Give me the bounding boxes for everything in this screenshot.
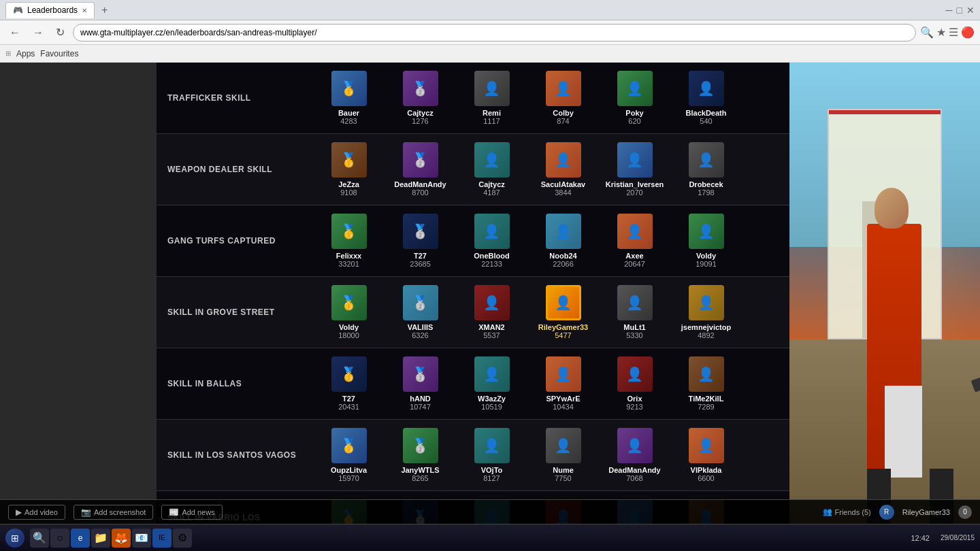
minimize-button[interactable]: ─ [946, 5, 953, 16]
player-cell-Noob24[interactable]: 👤Noob2422066 [527, 211, 599, 271]
player-score-Cajtycz: 1276 [412, 117, 428, 125]
player-cell-T27[interactable]: 🥇T2720431 [313, 354, 385, 414]
taskbar-app5[interactable]: 📧 [132, 529, 151, 548]
restore-button[interactable]: □ [957, 5, 962, 16]
player-cell-VOjTo[interactable]: 👤VOjTo8127 [456, 425, 527, 485]
player-cell-W3azZy[interactable]: 👤W3azZy10519 [456, 354, 527, 414]
player-avatar-MuLt1: 👤 [617, 285, 653, 320]
player-name-Felixxx: Felixxx [336, 252, 361, 260]
player-avatar-VOjTo: 👤 [474, 428, 510, 463]
gta-background [789, 63, 980, 524]
search-icon[interactable]: 🔍 [920, 26, 934, 39]
avatar-figure: 🥈 [403, 142, 438, 178]
player-cell-RileyGamer33[interactable]: 👤RileyGamer335477 [527, 282, 599, 342]
player-cell-Remi[interactable]: 👤Remi1117 [456, 68, 527, 128]
player-cell-Voldy[interactable]: 🥇Voldy18000 [313, 282, 385, 342]
red-icon: 🔴 [961, 26, 975, 39]
player-cell-OupzLitva[interactable]: 🥇OupzLitva15970 [313, 425, 385, 485]
player-cell-Bauer[interactable]: 🥇Bauer4283 [313, 68, 385, 128]
player-cell-OneBlood[interactable]: 👤OneBlood22133 [456, 211, 527, 271]
tab-close-button[interactable]: ✕ [82, 7, 87, 14]
player-cell-VALIIIS[interactable]: 🥈VALIIIS6326 [385, 282, 456, 342]
player-name-Nume: Nume [553, 466, 574, 474]
refresh-button[interactable]: ↻ [52, 24, 69, 40]
player-cell-MuLt1[interactable]: 👤MuLt15330 [599, 282, 670, 342]
taskbar-firefox[interactable]: 🦊 [112, 529, 131, 548]
category-label-gang-turfs-captured: GANG TURFS CAPTURED [157, 236, 313, 246]
player-score-MuLt1: 5330 [626, 331, 642, 339]
taskbar-cortana[interactable]: ○ [50, 529, 69, 548]
new-tab-button[interactable]: + [97, 3, 112, 18]
player-cell-hAND[interactable]: 🥈hAND10747 [385, 354, 456, 414]
player-cell-T27[interactable]: 🥈T2723685 [385, 211, 456, 271]
player-cell-VIPklada[interactable]: 👤VIPklada6600 [670, 425, 742, 485]
player-score-SPYwArE: 10434 [553, 403, 574, 411]
player-name-Poky: Poky [625, 109, 643, 117]
active-tab[interactable]: 🎮 Leaderboards ✕ [5, 2, 95, 18]
forward-button[interactable]: → [29, 25, 48, 40]
player-avatar-VIPklada: 👤 [689, 428, 724, 463]
settings-icon[interactable]: ☰ [949, 26, 958, 39]
player-cell-BlackDeath[interactable]: 👤BlackDeath540 [670, 68, 742, 128]
player-cell-Cajtycz[interactable]: 👤Cajtycz4187 [456, 139, 527, 199]
player-cell-Voldy[interactable]: 👤Voldy19091 [670, 211, 742, 271]
player-cell-Cajtycz[interactable]: 🥈Cajtycz1276 [385, 68, 456, 128]
player-score-JanyWTLS: 8265 [412, 474, 428, 482]
player-avatar-Cajtycz: 🥈 [403, 71, 438, 106]
site-footer: ▶ Add video 📷 Add screenshot 📰 Add news … [0, 499, 980, 524]
player-cell-DeadManAndy[interactable]: 👤DeadManAndy7068 [599, 425, 670, 485]
taskbar-explorer[interactable]: 📁 [91, 529, 110, 548]
player-avatar-Nume: 👤 [546, 428, 581, 463]
player-name-MuLt1: MuLt1 [623, 323, 645, 331]
back-button[interactable]: ← [5, 25, 24, 40]
player-cell-Axee[interactable]: 👤Axee20647 [599, 211, 670, 271]
player-cell-Felixxx[interactable]: 🥇Felixxx33201 [313, 211, 385, 271]
player-avatar-Bauer: 🥇 [331, 71, 367, 106]
taskbar-search[interactable]: 🔍 [30, 529, 49, 548]
player-score-VIPklada: 6600 [698, 474, 714, 482]
add-news-button[interactable]: 📰 Add news [161, 505, 222, 520]
taskbar-app6[interactable]: IE [152, 529, 172, 548]
avatar-figure: 🥇 [331, 356, 367, 392]
player-cell-JeZza[interactable]: 🥇JeZza9108 [313, 139, 385, 199]
add-screenshot-button[interactable]: 📷 Add screenshot [74, 505, 153, 520]
player-cell-JanyWTLS[interactable]: 🥈JanyWTLS8265 [385, 425, 456, 485]
player-cell-Nume[interactable]: 👤Nume7750 [527, 425, 599, 485]
toolbar-icons: 🔍 ★ ☰ 🔴 [920, 26, 975, 39]
player-cell-XMAN2[interactable]: 👤XMAN25537 [456, 282, 527, 342]
friends-icon: 👥 [823, 507, 832, 516]
category-label-skill-los-santos-vagos: SKILL IN LOS SANTOS VAGOS [157, 450, 313, 460]
player-avatar-DeadManAndy: 🥈 [403, 142, 438, 178]
player-cell-SPYwArE[interactable]: 👤SPYwArE10434 [527, 354, 599, 414]
player-avatar-Drobecek: 👤 [689, 142, 724, 178]
player-cell-DeadManAndy[interactable]: 🥈DeadManAndy8700 [385, 139, 456, 199]
bookmark-apps[interactable]: Apps [16, 49, 35, 59]
char-gun [971, 367, 980, 392]
player-avatar-SaculAtakav: 👤 [546, 142, 581, 178]
address-bar[interactable] [73, 24, 916, 41]
start-button[interactable]: ⊞ [5, 529, 24, 548]
player-cell-Drobecek[interactable]: 👤Drobecek1798 [670, 139, 742, 199]
taskbar-app7[interactable]: ⚙ [173, 529, 192, 548]
player-score-Poky: 620 [628, 117, 640, 125]
player-cell-jsemnejvictop[interactable]: 👤jsemnejvictop4892 [670, 282, 742, 342]
tab-bar: 🎮 Leaderboards ✕ + [5, 2, 112, 18]
add-video-button[interactable]: ▶ Add video [8, 505, 65, 520]
friends-button[interactable]: 👥 Friends (5) [823, 507, 871, 516]
close-window-button[interactable]: ✕ [966, 5, 975, 16]
player-cell-Colby[interactable]: 👤Colby874 [527, 68, 599, 128]
footer-username[interactable]: RileyGamer33 [902, 508, 950, 516]
bookmark-icon[interactable]: ★ [936, 26, 946, 39]
taskbar-ie[interactable]: e [71, 529, 90, 548]
player-cell-Poky[interactable]: 👤Poky620 [599, 68, 670, 128]
player-avatar-Voldy: 🥇 [331, 285, 367, 320]
player-cell-Kristian_Iversen[interactable]: 👤Kristian_Iversen2070 [599, 139, 670, 199]
bookmark-favourites[interactable]: Favourites [40, 49, 78, 59]
avatar-figure: 👤 [474, 214, 510, 249]
player-cell-SaculAtakav[interactable]: 👤SaculAtakav3844 [527, 139, 599, 199]
avatar-figure: 👤 [689, 214, 724, 249]
player-cell-TiMe2KilL[interactable]: 👤TiMe2KilL7289 [670, 354, 742, 414]
player-avatar-jsemnejvictop: 👤 [689, 285, 724, 320]
player-cell-Orix[interactable]: 👤Orix9213 [599, 354, 670, 414]
player-avatar-SPYwArE: 👤 [546, 356, 581, 392]
